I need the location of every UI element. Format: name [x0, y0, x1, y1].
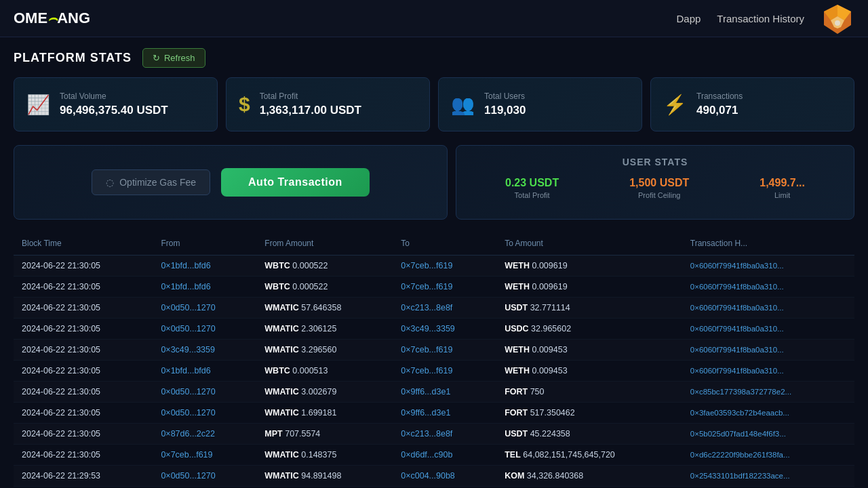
cell-from[interactable]: 0×3c49...3359: [153, 340, 256, 361]
user-stats-row: 0.23 USDT Total Profit 1,500 USDT Profit…: [470, 177, 840, 199]
refresh-icon: ↻: [153, 53, 160, 63]
cell-to[interactable]: 0×c213...8e8f: [393, 424, 496, 445]
cell-block-time: 2024-06-22 21:30:05: [14, 256, 153, 277]
cell-to-amount: FORT 750: [496, 382, 682, 403]
cell-tx-hash[interactable]: 0×d6c22220f9bbe261f38fa...: [682, 445, 854, 466]
stat-card-transactions: ⚡ Transactions 490,071: [650, 77, 854, 131]
cell-block-time: 2024-06-22 21:30:05: [14, 298, 153, 319]
user-stat-value-profit: 0.23 USDT: [505, 177, 559, 189]
cell-to[interactable]: 0×d6df...c90b: [393, 445, 496, 466]
cell-tx-hash[interactable]: 0×6060f79941f8ba0a310...: [682, 298, 854, 319]
middle-row: ◌ Optimize Gas Fee Auto Transaction USER…: [0, 138, 868, 226]
cell-from[interactable]: 0×0d50...1270: [153, 403, 256, 424]
platform-stats-section: PLATFORM STATS ↻ Refresh 📈 Total Volume …: [0, 37, 868, 138]
cell-from-amount: WBTC 0.000522: [256, 277, 393, 298]
cell-to-amount: WETH 0.009619: [496, 256, 682, 277]
cell-tx-hash[interactable]: 0×6060f79941f8ba0a310...: [682, 277, 854, 298]
cell-from[interactable]: 0×1bfd...bfd6: [153, 256, 256, 277]
cell-to-amount: WETH 0.009453: [496, 340, 682, 361]
lightning-icon: ⚡: [663, 94, 687, 116]
cell-block-time: 2024-06-22 21:29:53: [14, 466, 153, 487]
col-tx-hash: Transaction H...: [682, 232, 854, 256]
cell-to-amount: KOM 34,326.840368: [496, 466, 682, 487]
cell-to[interactable]: 0×9ff6...d3e1: [393, 403, 496, 424]
stat-value-volume: 96,496,375.40 USDT: [60, 104, 168, 117]
cell-to[interactable]: 0×9ff6...d3e1: [393, 382, 496, 403]
cell-tx-hash[interactable]: 0×25433101bdf182233ace...: [682, 466, 854, 487]
metamask-icon[interactable]: [821, 1, 854, 35]
cell-from[interactable]: 0×1bfd...bfd6: [153, 361, 256, 382]
cell-from[interactable]: 0×0d50...1270: [153, 382, 256, 403]
col-to-amount: To Amount: [496, 232, 682, 256]
table-row: 2024-06-22 21:30:05 0×1bfd...bfd6 WBTC 0…: [14, 256, 854, 277]
cell-from-amount: WBTC 0.000522: [256, 256, 393, 277]
dollar-icon: $: [239, 93, 250, 116]
stat-card-total-profit: $ Total Profit 1,363,117.00 USDT: [226, 77, 430, 131]
optimize-gas-fee-button[interactable]: ◌ Optimize Gas Fee: [92, 169, 210, 195]
table-row: 2024-06-22 21:30:05 0×1bfd...bfd6 WBTC 0…: [14, 361, 854, 382]
cell-to[interactable]: 0×7ceb...f619: [393, 277, 496, 298]
cell-to[interactable]: 0×c004...90b8: [393, 466, 496, 487]
stat-value-profit: 1,363,117.00 USDT: [260, 104, 361, 117]
cell-block-time: 2024-06-22 21:30:05: [14, 340, 153, 361]
cell-from[interactable]: 0×87d6...2c22: [153, 424, 256, 445]
cell-from[interactable]: 0×0d50...1270: [153, 298, 256, 319]
cell-tx-hash[interactable]: 0×5b025d07fad148e4f6f3...: [682, 424, 854, 445]
platform-header: PLATFORM STATS ↻ Refresh: [14, 48, 854, 68]
cell-tx-hash[interactable]: 0×3fae03593cb72b4eaacb...: [682, 403, 854, 424]
user-stat-limit: 1,499.7... Limit: [760, 177, 805, 199]
cell-to-amount: USDC 32.965602: [496, 319, 682, 340]
cell-from-amount: WMATIC 1.699181: [256, 403, 393, 424]
cell-block-time: 2024-06-22 21:30:05: [14, 403, 153, 424]
col-from: From: [153, 232, 256, 256]
cell-from-amount: WMATIC 3.002679: [256, 382, 393, 403]
table-section: Block Time From From Amount To To Amount…: [0, 226, 868, 488]
cell-from-amount: MPT 707.5574: [256, 424, 393, 445]
cell-to[interactable]: 0×7ceb...f619: [393, 256, 496, 277]
cell-from[interactable]: 0×0d50...1270: [153, 466, 256, 487]
user-stat-value-limit: 1,499.7...: [760, 177, 805, 189]
cell-to-amount: USDT 45.224358: [496, 424, 682, 445]
table-row: 2024-06-22 21:30:05 0×7ceb...f619 WMATIC…: [14, 445, 854, 466]
svg-point-4: [835, 20, 840, 26]
cell-tx-hash[interactable]: 0×6060f79941f8ba0a310...: [682, 340, 854, 361]
cell-from[interactable]: 0×7ceb...f619: [153, 445, 256, 466]
logo-accent: ⌢: [47, 9, 57, 27]
cell-to[interactable]: 0×7ceb...f619: [393, 340, 496, 361]
cell-from-amount: WBTC 0.000513: [256, 361, 393, 382]
cell-block-time: 2024-06-22 21:30:05: [14, 361, 153, 382]
stat-card-total-users: 👥 Total Users 119,030: [438, 77, 642, 131]
cell-from[interactable]: 0×0d50...1270: [153, 319, 256, 340]
cell-tx-hash[interactable]: 0×6060f79941f8ba0a310...: [682, 361, 854, 382]
cell-tx-hash[interactable]: 0×c85bc177398a372778e2...: [682, 382, 854, 403]
transactions-table: Block Time From From Amount To To Amount…: [14, 232, 854, 488]
table-row: 2024-06-22 21:30:05 0×0d50...1270 WMATIC…: [14, 403, 854, 424]
cell-block-time: 2024-06-22 21:30:05: [14, 319, 153, 340]
users-icon: 👥: [451, 94, 475, 116]
stat-value-transactions: 490,071: [696, 104, 743, 117]
cell-tx-hash[interactable]: 0×6060f79941f8ba0a310...: [682, 319, 854, 340]
cell-to[interactable]: 0×c213...8e8f: [393, 298, 496, 319]
cell-from[interactable]: 0×1bfd...bfd6: [153, 277, 256, 298]
nav-transaction-history[interactable]: Transaction History: [717, 13, 804, 24]
table-row: 2024-06-22 21:30:05 0×0d50...1270 WMATIC…: [14, 298, 854, 319]
nav-dapp[interactable]: Dapp: [676, 13, 701, 24]
col-from-amount: From Amount: [256, 232, 393, 256]
user-stat-value-ceiling: 1,500 USDT: [629, 177, 689, 189]
user-stats-panel: USER STATS 0.23 USDT Total Profit 1,500 …: [456, 145, 854, 220]
cell-to[interactable]: 0×3c49...3359: [393, 319, 496, 340]
cell-to[interactable]: 0×7ceb...f619: [393, 361, 496, 382]
cell-block-time: 2024-06-22 21:30:05: [14, 277, 153, 298]
user-stat-total-profit: 0.23 USDT Total Profit: [505, 177, 559, 199]
platform-title: PLATFORM STATS: [14, 51, 132, 65]
auto-transaction-button[interactable]: Auto Transaction: [221, 168, 370, 197]
stat-label-volume: Total Volume: [60, 92, 168, 101]
spinner-icon: ◌: [106, 177, 114, 188]
table-row: 2024-06-22 21:29:53 0×0d50...1270 WMATIC…: [14, 466, 854, 487]
refresh-button[interactable]: ↻ Refresh: [142, 48, 205, 68]
stat-value-users: 119,030: [484, 104, 526, 117]
logo: OME ⌢ ANG: [14, 9, 90, 27]
cell-from-amount: WMATIC 0.148375: [256, 445, 393, 466]
cell-tx-hash[interactable]: 0×6060f79941f8ba0a310...: [682, 256, 854, 277]
cell-block-time: 2024-06-22 21:30:05: [14, 424, 153, 445]
